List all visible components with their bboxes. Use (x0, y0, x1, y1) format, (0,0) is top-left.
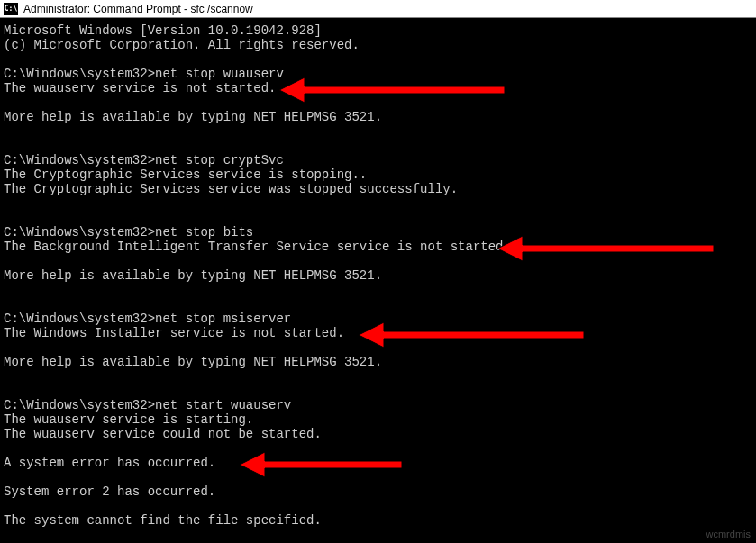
terminal-line: The Background Intelligent Transfer Serv… (4, 240, 752, 254)
terminal-line (4, 297, 752, 312)
terminal-line: C:\Windows\system32>net start wuauserv (4, 398, 752, 412)
terminal-line: The Cryptographic Services service is st… (4, 167, 752, 182)
terminal-line: C:\Windows\system32>net stop bits (4, 225, 752, 240)
terminal-line: The wuauserv service could not be starte… (4, 427, 752, 441)
terminal-line (4, 441, 752, 456)
terminal-line (4, 254, 752, 268)
terminal-line (4, 499, 752, 513)
terminal-line: More help is available by typing NET HEL… (4, 110, 752, 124)
terminal-line: (c) Microsoft Corporation. All rights re… (4, 38, 752, 52)
terminal-line (4, 470, 752, 484)
watermark-text: wcmrdmis (706, 529, 751, 539)
terminal-line (4, 211, 752, 225)
cmd-icon: C:\ (4, 3, 18, 15)
terminal-line: The wuauserv service is not started. (4, 81, 752, 95)
terminal-line (4, 384, 752, 398)
terminal-line (4, 52, 752, 67)
terminal-line (4, 340, 752, 355)
terminal-line: C:\Windows\system32>net stop wuauserv (4, 67, 752, 81)
terminal-line: The system cannot find the file specifie… (4, 513, 752, 528)
terminal-output[interactable]: Microsoft Windows [Version 10.0.19042.92… (0, 18, 756, 533)
terminal-line: More help is available by typing NET HEL… (4, 355, 752, 369)
terminal-line (4, 369, 752, 384)
terminal-line (4, 196, 752, 211)
terminal-line: C:\Windows\system32>net stop msiserver (4, 312, 752, 326)
terminal-line (4, 283, 752, 297)
terminal-line (4, 139, 752, 153)
terminal-line: C:\Windows\system32>net stop cryptSvc (4, 153, 752, 167)
terminal-line: A system error has occurred. (4, 456, 752, 470)
terminal-line (4, 124, 752, 139)
terminal-line: System error 2 has occurred. (4, 484, 752, 499)
terminal-line: The Cryptographic Services service was s… (4, 182, 752, 196)
terminal-line: Microsoft Windows [Version 10.0.19042.92… (4, 23, 752, 38)
terminal-line (4, 95, 752, 110)
terminal-line: The wuauserv service is starting. (4, 412, 752, 427)
window-title: Administrator: Command Prompt - sfc /sca… (23, 3, 253, 15)
terminal-line: More help is available by typing NET HEL… (4, 268, 752, 283)
window-titlebar[interactable]: C:\ Administrator: Command Prompt - sfc … (0, 0, 756, 18)
terminal-line: The Windows Installer service is not sta… (4, 326, 752, 340)
